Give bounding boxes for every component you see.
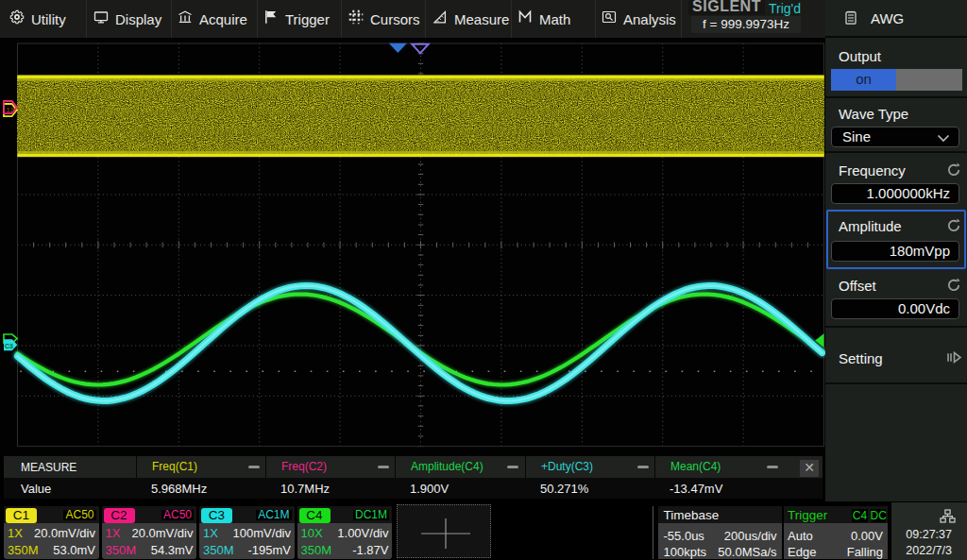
svg-text:C3: C3 xyxy=(5,343,13,349)
svg-text:12: 12 xyxy=(7,106,14,114)
